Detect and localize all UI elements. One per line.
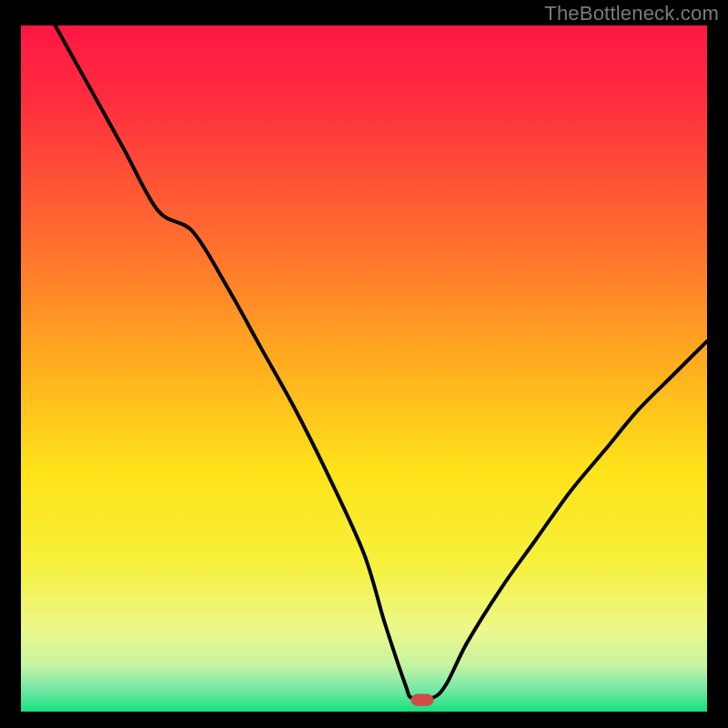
chart-frame [21, 25, 707, 712]
optimal-point-marker [411, 694, 433, 705]
chart-background [21, 25, 707, 712]
watermark-text: TheBottleneck.com [544, 2, 719, 25]
bottleneck-chart [21, 25, 707, 712]
